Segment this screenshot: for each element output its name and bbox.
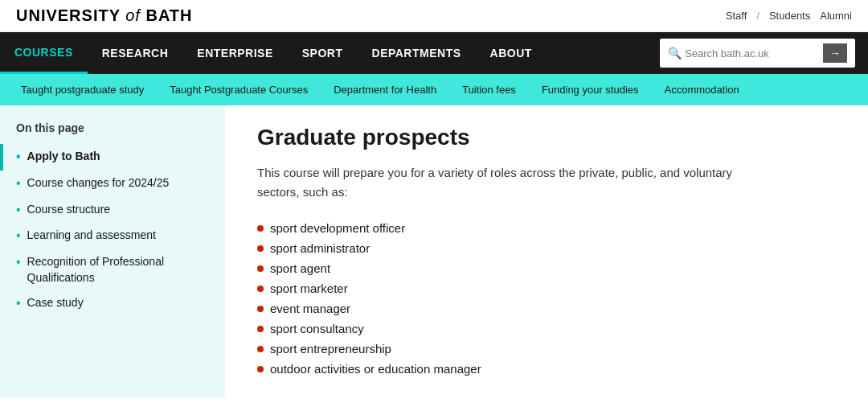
- sidebar-title: On this page: [0, 121, 225, 144]
- list-item-text: sport development officer: [270, 221, 405, 235]
- nav-item-enterprise[interactable]: ENTERPRISE: [182, 34, 287, 72]
- list-item-text: sport administrator: [270, 241, 370, 255]
- red-dot-icon: [257, 306, 264, 312]
- red-dot-icon: [257, 265, 264, 272]
- search-icon: 🔍: [668, 47, 682, 60]
- secondary-nav-department-health[interactable]: Department for Health: [321, 74, 449, 105]
- sidebar-item-recognition[interactable]: • Recognition of Professional Qualificat…: [0, 249, 225, 290]
- secondary-nav-accommodation[interactable]: Accommodation: [652, 74, 752, 105]
- sidebar: On this page • Apply to Bath • Course ch…: [0, 105, 225, 398]
- bullet-icon: •: [16, 254, 21, 271]
- staff-link[interactable]: Staff: [726, 10, 747, 22]
- list-item: event manager: [257, 298, 836, 319]
- red-dot-icon: [257, 326, 264, 332]
- page-title: Graduate prospects: [257, 125, 836, 150]
- sidebar-item-case-study[interactable]: • Case study: [0, 290, 225, 317]
- main-content: Graduate prospects This course will prep…: [225, 105, 868, 398]
- secondary-nav: Taught postgraduate study Taught Postgra…: [0, 74, 868, 105]
- list-item: sport entrepreneurship: [257, 339, 836, 359]
- nav-item-courses[interactable]: COURSES: [0, 33, 88, 74]
- secondary-nav-funding[interactable]: Funding your studies: [529, 74, 652, 105]
- list-item: sport marketer: [257, 278, 836, 298]
- red-dot-icon: [257, 366, 264, 372]
- separator: /: [756, 10, 760, 22]
- list-item: sport development officer: [257, 218, 836, 238]
- university-logo: UNIVERSITY of BATH: [16, 6, 193, 25]
- sidebar-item-label: Apply to Bath: [27, 149, 100, 165]
- intro-text: This course will prepare you for a varie…: [257, 163, 772, 202]
- content-area: On this page • Apply to Bath • Course ch…: [0, 105, 868, 398]
- sidebar-item-label: Recognition of Professional Qualificatio…: [27, 254, 209, 286]
- list-item: outdoor activities or education manager: [257, 359, 836, 379]
- bullet-icon: •: [16, 149, 21, 166]
- nav-items: COURSES RESEARCH ENTERPRISE SPORT DEPART…: [0, 33, 647, 74]
- sidebar-item-course-structure[interactable]: • Course structure: [0, 197, 225, 224]
- bullet-icon: •: [16, 175, 21, 192]
- top-bar: UNIVERSITY of BATH Staff / Students Alum…: [0, 0, 868, 32]
- list-item: sport agent: [257, 258, 836, 278]
- list-item-text: sport agent: [270, 261, 330, 275]
- sidebar-item-apply-to-bath[interactable]: • Apply to Bath: [0, 144, 225, 171]
- sidebar-item-label: Course changes for 2024/25: [27, 175, 170, 191]
- red-dot-icon: [257, 346, 264, 352]
- list-item-text: event manager: [270, 302, 350, 315]
- red-dot-icon: [257, 286, 264, 292]
- sidebar-item-learning-assessment[interactable]: • Learning and assessment: [0, 223, 225, 249]
- main-nav: COURSES RESEARCH ENTERPRISE SPORT DEPART…: [0, 32, 868, 74]
- search-box[interactable]: 🔍 →: [660, 39, 855, 68]
- red-dot-icon: [257, 225, 264, 232]
- sidebar-item-label: Course structure: [27, 202, 110, 218]
- nav-item-departments[interactable]: DEPARTMENTS: [358, 34, 476, 72]
- list-item-text: outdoor activities or education manager: [270, 362, 481, 376]
- alumni-link[interactable]: Alumni: [820, 10, 852, 22]
- bullet-icon: •: [16, 295, 21, 312]
- top-links: Staff / Students Alumni: [726, 10, 852, 22]
- red-dot-icon: [257, 245, 264, 252]
- search-input[interactable]: [685, 47, 820, 60]
- search-button[interactable]: →: [823, 43, 847, 63]
- list-item-text: sport consultancy: [270, 322, 364, 335]
- sidebar-item-course-changes[interactable]: • Course changes for 2024/25: [0, 171, 225, 197]
- list-item: sport consultancy: [257, 319, 836, 339]
- secondary-nav-postgraduate-study[interactable]: Taught postgraduate study: [8, 74, 157, 105]
- list-item: sport administrator: [257, 238, 836, 258]
- list-item-text: sport marketer: [270, 282, 348, 295]
- sidebar-item-label: Case study: [27, 295, 84, 311]
- bullet-list: sport development officersport administr…: [257, 218, 836, 379]
- list-item-text: sport entrepreneurship: [270, 342, 391, 356]
- bullet-icon: •: [16, 202, 21, 219]
- nav-item-sport[interactable]: SPORT: [288, 34, 358, 72]
- students-link[interactable]: Students: [769, 10, 810, 22]
- secondary-nav-tuition-fees[interactable]: Tuition fees: [449, 74, 529, 105]
- bullet-icon: •: [16, 228, 21, 245]
- secondary-nav-postgraduate-courses[interactable]: Taught Postgraduate Courses: [157, 74, 321, 105]
- sidebar-item-label: Learning and assessment: [27, 228, 156, 244]
- nav-item-about[interactable]: ABOUT: [476, 34, 547, 72]
- nav-item-research[interactable]: RESEARCH: [88, 34, 183, 72]
